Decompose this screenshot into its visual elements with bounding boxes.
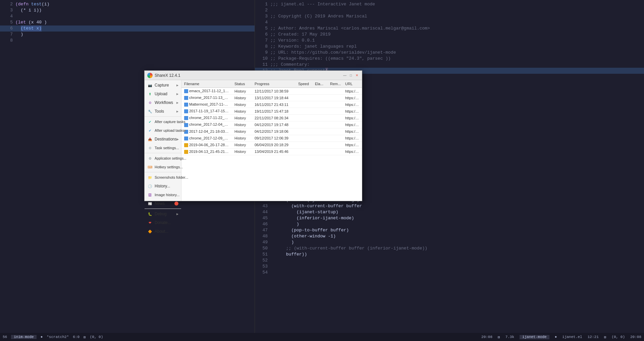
cell-status: History bbox=[232, 149, 252, 154]
table-row[interactable]: 2019-04-13_21-45-21.gif History 13/04/20… bbox=[181, 149, 362, 155]
cell-speed bbox=[296, 91, 312, 92]
encoding-icon-3: ⊞ bbox=[604, 335, 606, 339]
table-row[interactable]: 2019-04-06_20-17-28.gif History 06/04/20… bbox=[181, 142, 362, 149]
menu-item-debug[interactable]: 🐛 Debug ▶ bbox=[145, 210, 181, 218]
menu-item-label: Hotkey settings... bbox=[155, 165, 183, 169]
cell-status: History bbox=[232, 129, 252, 134]
destinations-icon: 📤 bbox=[147, 136, 153, 142]
menu-item-app-settings[interactable]: ⚙ Application settings... bbox=[145, 154, 181, 163]
file-icon bbox=[184, 136, 188, 140]
menu-item-label: Debug bbox=[155, 212, 176, 216]
file-icon bbox=[184, 143, 188, 147]
menu-separator bbox=[145, 116, 181, 117]
col-header-status: Status bbox=[232, 81, 252, 87]
cell-filename: 2019-04-13_21-45-21.gif bbox=[181, 149, 232, 154]
code-line: 8 bbox=[0, 38, 255, 44]
status-bar-right: 20:08 ⊞ 7.3k ijanet-mode ● ijanet.el 12:… bbox=[481, 335, 641, 339]
window-title: ShareX 12.4.1 bbox=[155, 73, 342, 78]
window-controls[interactable]: — □ ✕ bbox=[342, 73, 359, 78]
donate-icon: ❤ bbox=[147, 220, 153, 225]
minimize-button[interactable]: — bbox=[342, 73, 347, 78]
menu-item-about[interactable]: 🔶 About... bbox=[145, 227, 181, 236]
menu-item-donate[interactable]: ❤ Donate... bbox=[145, 218, 181, 227]
content-panel: Filename Status Progress Speed Ela... Re… bbox=[181, 80, 362, 201]
menu-item-tools[interactable]: 🔧 Tools ▶ bbox=[145, 107, 181, 116]
table-row[interactable]: chrome_2017-12-09_14-... History 09/12/2… bbox=[181, 135, 362, 142]
maximize-button[interactable]: □ bbox=[348, 73, 353, 78]
menu-separator bbox=[145, 209, 181, 209]
cell-remaining bbox=[327, 98, 342, 98]
cell-progress: 16/11/2017 21:43:11 bbox=[252, 102, 296, 107]
history-icon: 🕒 bbox=[147, 183, 153, 189]
code-line: 54 bbox=[255, 270, 644, 276]
code-line: 4 bbox=[255, 19, 644, 25]
table-row[interactable]: 2017-11-19_17-47-15.png History 19/11/20… bbox=[181, 108, 362, 115]
table-row[interactable]: emacs_2017-11-12_12-... History 12/11/20… bbox=[181, 88, 362, 95]
buffer-name: *scratch2* bbox=[47, 335, 69, 339]
cell-url: https://i.imgur.com/i2349f.png bbox=[342, 129, 362, 134]
menu-item-label: Image history... bbox=[155, 193, 179, 197]
cell-remaining bbox=[327, 138, 342, 138]
cell-url: https://i.imgur.com/sgapd2i.gif bbox=[342, 143, 362, 147]
cell-status: History bbox=[232, 89, 252, 94]
menu-item-task-settings[interactable]: ⚙ Task settings... bbox=[145, 144, 181, 152]
menu-item-screenshots-folder[interactable]: 📁 Screenshots folder... bbox=[145, 173, 181, 182]
code-line: 44 (ijanet-startup) bbox=[255, 209, 644, 215]
cell-filename: 2017-11-19_17-47-15.png bbox=[181, 109, 232, 114]
cell-filename: chrome_2017-12-09_14-... bbox=[181, 136, 232, 141]
news-badge bbox=[174, 202, 178, 206]
menu-item-workflows[interactable]: ⚙ Workflows ▶ bbox=[145, 98, 181, 107]
cell-progress: 06/04/2019 20:18:29 bbox=[252, 143, 296, 147]
submenu-arrow-icon: ▶ bbox=[176, 93, 178, 96]
code-line: 7 ) bbox=[0, 32, 255, 38]
code-line: 49 ) bbox=[255, 239, 644, 245]
submenu-arrow-icon: ▶ bbox=[184, 129, 186, 132]
menu-item-after-upload[interactable]: ✔ After upload tasks ▶ bbox=[145, 126, 181, 135]
table-row[interactable]: Mattermost_2017-11-16-... History 16/11/… bbox=[181, 101, 362, 108]
window-position: (0, 0) bbox=[90, 335, 103, 339]
menu-item-after-capture[interactable]: ✔ After capture tasks bbox=[145, 117, 181, 126]
table-row[interactable]: chrome_2017-12-04_21-... History 04/12/2… bbox=[181, 121, 362, 128]
menu-item-upload[interactable]: ⬆ Upload ▶ bbox=[145, 90, 181, 98]
encoding-icon-2: ⊞ bbox=[498, 335, 500, 339]
menu-item-destinations[interactable]: 📤 Destinations ▶ bbox=[145, 135, 181, 144]
menu-item-capture[interactable]: 📷 Capture ▶ bbox=[145, 81, 181, 90]
code-line: 47 (pop-to-buffer buffer) bbox=[255, 227, 644, 233]
cell-url: https://i.imgur.com/1cd1Z5v.gif bbox=[342, 149, 362, 154]
cell-elapsed bbox=[312, 138, 327, 138]
menu-item-hotkey-settings[interactable]: ⌨ Hotkey settings... bbox=[145, 163, 181, 171]
cell-url: https://i.imgur.com/Sec6Kke.jpg bbox=[342, 122, 362, 127]
menu-item-history[interactable]: 🕒 History... bbox=[145, 182, 181, 190]
menu-item-label: Task settings... bbox=[155, 146, 179, 150]
code-line: 53 bbox=[255, 264, 644, 270]
file-size: 7.3k bbox=[505, 335, 514, 339]
app-settings-icon: ⚙ bbox=[147, 156, 153, 161]
window-position-2: (0, 0) bbox=[611, 335, 625, 339]
code-line: 51 buffer)) bbox=[255, 251, 644, 258]
cell-remaining bbox=[327, 118, 342, 118]
code-line: 2 bbox=[255, 7, 644, 13]
cell-filename: 2019-04-06_20-17-28.gif bbox=[181, 143, 232, 148]
cell-url: https://i.imgur.com/hUegyxV.png bbox=[342, 102, 362, 107]
menu-item-image-history[interactable]: 🖼 Image history... bbox=[145, 190, 181, 199]
cell-speed bbox=[296, 151, 312, 152]
cell-filename: emacs_2017-11-12_12-... bbox=[181, 89, 232, 94]
code-line-highlighted: 6 (test x) bbox=[0, 25, 255, 32]
table-row[interactable]: chrome_2017-11-22_10-... History 22/11/2… bbox=[181, 115, 362, 121]
cell-speed bbox=[296, 111, 312, 112]
time-left: 20:08 bbox=[481, 335, 492, 339]
after-capture-icon: ✔ bbox=[147, 119, 153, 124]
mode-indicator-2: ijanet-mode bbox=[520, 335, 549, 339]
table-row[interactable]: chrome_2017-11-13_21-... History 13/11/2… bbox=[181, 95, 362, 101]
menu-item-label: Destinations bbox=[155, 137, 177, 141]
cell-filename: chrome_2017-12-04_21-... bbox=[181, 122, 232, 127]
code-line: 7 ;; Version: 0.0.1 bbox=[255, 38, 644, 44]
cell-remaining bbox=[327, 131, 342, 132]
menu-item-news[interactable]: 📰 News bbox=[145, 199, 181, 208]
code-line: 11 ;;; Commentary: bbox=[255, 62, 644, 68]
encoding-icon: ⊞ bbox=[84, 335, 86, 339]
file-icon bbox=[184, 103, 188, 107]
table-row[interactable]: 2017-12-04_21-18-03.png History 04/12/20… bbox=[181, 128, 362, 135]
status-bar-left: 56 inim-mode ● *scratch2* 6:0 ⊞ (0, 0) bbox=[3, 335, 103, 339]
close-button[interactable]: ✕ bbox=[355, 73, 359, 78]
